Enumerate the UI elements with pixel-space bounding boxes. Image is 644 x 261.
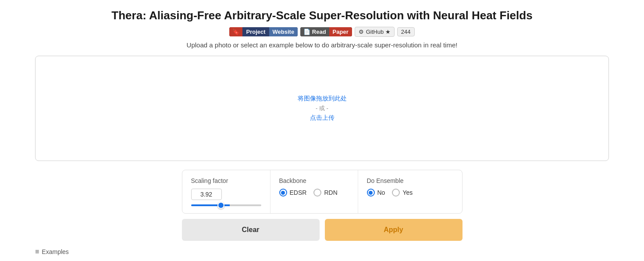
scaling-label: Scaling factor	[191, 177, 261, 184]
apply-button[interactable]: Apply	[325, 219, 463, 241]
backbone-rdn-option[interactable]: RDN	[313, 189, 337, 197]
project-badge-left: Project	[242, 27, 269, 36]
ensemble-radio-group: No Yes	[367, 189, 437, 197]
backbone-edsr-radio[interactable]	[279, 189, 287, 197]
backbone-edsr-label: EDSR	[290, 189, 307, 196]
project-badge-icon: 🔖	[229, 27, 242, 36]
ensemble-no-label: No	[377, 189, 385, 196]
ensemble-no-option[interactable]: No	[367, 189, 385, 197]
examples-row[interactable]: ≡ Examples	[35, 248, 609, 256]
examples-label: Examples	[42, 248, 68, 255]
ensemble-yes-label: Yes	[402, 189, 413, 196]
controls-area: Scaling factor Backbone EDSR	[35, 170, 609, 241]
scaling-value-input[interactable]	[191, 189, 222, 200]
backbone-rdn-label: RDN	[324, 189, 337, 196]
upload-area[interactable]: 将图像拖放到此处 - 或 - 点击上传	[35, 56, 609, 161]
github-badge[interactable]: ⚙ GitHub ★	[355, 27, 395, 37]
ensemble-label: Do Ensemble	[367, 177, 437, 184]
ensemble-group: Do Ensemble No Yes	[358, 170, 446, 213]
ensemble-yes-radio[interactable]	[392, 189, 400, 197]
ensemble-no-radio[interactable]	[367, 189, 375, 197]
badge-row: 🔖 Project Website 📄 Read Paper ⚙ GitHub …	[18, 27, 626, 37]
examples-icon: ≡	[35, 248, 39, 256]
project-website-badge[interactable]: 🔖 Project Website	[229, 27, 298, 36]
ensemble-yes-option[interactable]: Yes	[392, 189, 413, 197]
upload-drag-text: 将图像拖放到此处	[298, 95, 347, 103]
project-badge-right: Website	[269, 27, 298, 36]
slider-row	[191, 204, 261, 206]
backbone-edsr-option[interactable]: EDSR	[279, 189, 307, 197]
buttons-row: Clear Apply	[182, 219, 463, 241]
github-count: 244	[397, 27, 415, 36]
page-wrapper: Thera: Aliasing-Free Arbitrary-Scale Sup…	[0, 0, 644, 261]
backbone-rdn-radio[interactable]	[313, 189, 321, 197]
backbone-label: Backbone	[279, 177, 349, 184]
upload-inner: 将图像拖放到此处 - 或 - 点击上传	[298, 95, 347, 122]
scaling-input-row	[191, 189, 261, 200]
scaling-slider[interactable]	[191, 204, 261, 206]
title-section: Thera: Aliasing-Free Arbitrary-Scale Sup…	[18, 9, 626, 49]
paper-badge-left: 📄 Read	[300, 27, 329, 36]
upload-click-text: 点击上传	[298, 114, 347, 122]
subtitle: Upload a photo or select an example belo…	[18, 41, 626, 49]
upload-or-text: - 或 -	[298, 104, 347, 112]
github-logo-icon: ⚙	[359, 29, 364, 35]
github-label: GitHub ★	[366, 29, 391, 35]
backbone-group: Backbone EDSR RDN	[270, 170, 358, 213]
page-title: Thera: Aliasing-Free Arbitrary-Scale Sup…	[18, 9, 626, 22]
paper-badge-right: Paper	[329, 27, 352, 36]
read-paper-badge[interactable]: 📄 Read Paper	[300, 27, 352, 36]
backbone-radio-group: EDSR RDN	[279, 189, 349, 197]
scaling-group: Scaling factor	[182, 170, 270, 213]
clear-button[interactable]: Clear	[182, 219, 320, 241]
controls-row: Scaling factor Backbone EDSR	[182, 170, 463, 214]
